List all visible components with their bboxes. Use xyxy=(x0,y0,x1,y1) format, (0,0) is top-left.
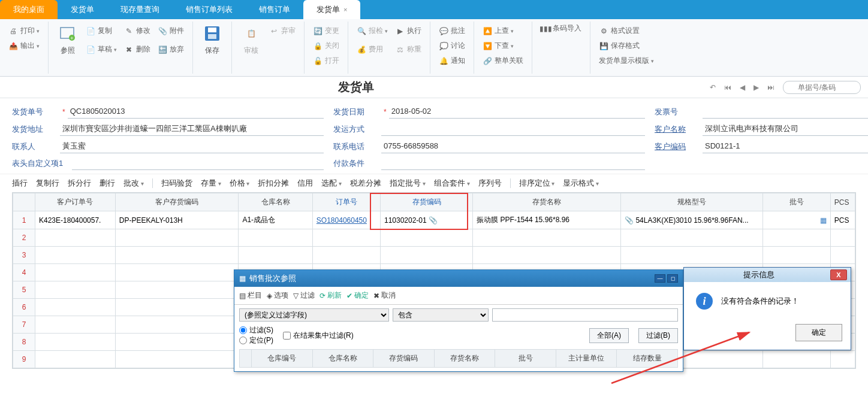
tb-scan[interactable]: 扫码验货 xyxy=(161,178,192,189)
tb-lot[interactable]: 指定批号 xyxy=(390,178,426,189)
tb-stock[interactable]: 存量 xyxy=(201,178,221,189)
label-cust[interactable]: 客户名称 xyxy=(655,124,703,135)
field-no[interactable]: QC1805020013 xyxy=(68,105,324,119)
col-custorder[interactable]: 客户订单号 xyxy=(35,193,116,211)
tb-serial[interactable]: 序列号 xyxy=(478,178,502,189)
filter-value-input[interactable] xyxy=(492,308,678,322)
tb-display[interactable]: 显示格式 xyxy=(563,178,599,189)
dofilter-button[interactable]: 过滤(B) xyxy=(638,328,678,343)
check-inresult[interactable]: 在结果集中过滤(R) xyxy=(283,331,354,341)
abandon-button[interactable]: ↩弃审 xyxy=(266,24,299,38)
tb-tax[interactable]: 税差分摊 xyxy=(350,178,381,189)
print-button[interactable]: 🖨打印 xyxy=(5,24,43,38)
col-itemname[interactable]: 存货名称 xyxy=(473,193,621,211)
tab-shipment-active[interactable]: 发货单× xyxy=(303,0,360,19)
refresh-button[interactable]: ⟳ 刷新 xyxy=(320,290,342,301)
condition-select[interactable]: 包含 xyxy=(393,308,489,322)
tb-price[interactable]: 价格 xyxy=(230,178,250,189)
label-code[interactable]: 客户编码 xyxy=(655,141,703,152)
cost-button[interactable]: 💰费用 xyxy=(353,43,391,56)
col-warehouse[interactable]: 仓库名称 xyxy=(239,193,312,211)
tb-discount[interactable]: 折扣分摊 xyxy=(258,178,289,189)
next-icon[interactable]: ▶ xyxy=(751,82,761,93)
alert-ok-button[interactable]: 确定 xyxy=(795,324,842,341)
tb-sort[interactable]: 排序定位 xyxy=(519,178,555,189)
field-date[interactable]: 2018-05-02 xyxy=(389,105,645,119)
ok-button[interactable]: ✔ 确定 xyxy=(346,290,369,301)
tb-copyrow[interactable]: 复制行 xyxy=(36,178,59,189)
tab-stock[interactable]: 现存量查询 xyxy=(107,0,173,19)
table-row[interactable]: 2 xyxy=(13,229,855,247)
table-row[interactable]: 3 xyxy=(13,247,855,264)
tab-shipment[interactable]: 发货单 xyxy=(58,0,107,19)
filterfield-select[interactable]: (参照定义过滤字段) xyxy=(239,308,389,322)
col-spec[interactable]: 规格型号 xyxy=(621,193,763,211)
tb-batch[interactable]: 批改 xyxy=(123,178,144,189)
field-custom[interactable] xyxy=(72,157,324,170)
open-button[interactable]: 🔓打开 xyxy=(309,54,343,68)
field-contact[interactable]: 黃玉蜜 xyxy=(60,140,324,153)
copy-button[interactable]: 📄复制 xyxy=(82,24,120,38)
field-addr[interactable]: 深圳市寶安區沙井街道蠔一四部三洋工業區A棟喇叭廠 xyxy=(60,122,324,136)
undo-icon[interactable]: ↶ xyxy=(707,82,718,93)
tb-pick[interactable]: 选配 xyxy=(321,178,342,189)
radio-locate[interactable]: 定位(P) xyxy=(239,335,273,346)
lookdown-button[interactable]: 🔽下查 xyxy=(479,39,527,53)
template-button[interactable]: 发货单显示模版 xyxy=(595,54,658,68)
all-button[interactable]: 全部(A) xyxy=(589,328,629,343)
modify-button[interactable]: ✎修改 xyxy=(120,24,154,38)
tab-order[interactable]: 销售订单 xyxy=(246,0,303,19)
filter-button[interactable]: ▽ 过滤 xyxy=(293,290,315,301)
cancel-button[interactable]: ✖ 取消 xyxy=(373,290,396,301)
tb-credit[interactable]: 信用 xyxy=(297,178,313,189)
approve-button[interactable]: 💬批注 xyxy=(435,24,469,38)
field-pay[interactable] xyxy=(381,157,645,170)
saveformat-button[interactable]: 💾保存格式 xyxy=(595,39,658,53)
notify-button[interactable]: 🔔通知 xyxy=(435,54,469,68)
last-icon[interactable]: ⏭ xyxy=(765,82,777,93)
execute-button[interactable]: ▶执行 xyxy=(391,24,425,38)
tab-orderlist[interactable]: 销售订单列表 xyxy=(173,0,246,19)
col-lot[interactable]: 批号 xyxy=(762,193,830,211)
draft-button[interactable]: 📄草稿 xyxy=(82,43,120,56)
discard-button[interactable]: 🔙放弃 xyxy=(154,43,188,56)
export-button[interactable]: 📤输出 xyxy=(5,39,43,53)
columns-button[interactable]: ▤ 栏目 xyxy=(239,290,262,301)
maximize-button[interactable]: ◻ xyxy=(667,274,678,283)
discuss-button[interactable]: 💭讨论 xyxy=(435,39,469,53)
alert-close-button[interactable]: X xyxy=(830,269,847,280)
weigh-button[interactable]: ⚖称重 xyxy=(391,43,425,56)
tb-combo[interactable]: 组合套件 xyxy=(434,178,470,189)
field-ship[interactable] xyxy=(381,123,645,136)
options-button[interactable]: ◈ 选项 xyxy=(267,290,288,301)
table-row[interactable]: 1 K423E-180400057.DP-PEEKALY-013HA1-成品仓 … xyxy=(13,211,855,229)
field-tel[interactable]: 0755-66859588 xyxy=(381,140,645,153)
col-unit[interactable]: PCS xyxy=(830,193,855,211)
delete-button[interactable]: ✖删除 xyxy=(120,43,154,56)
attach-button[interactable]: 📎附件 xyxy=(154,24,188,38)
adjust-button[interactable]: 🔗整单关联 xyxy=(479,54,527,68)
prev-icon[interactable]: ◀ xyxy=(737,82,748,93)
lookup-button[interactable]: 🔼上查 xyxy=(479,24,527,38)
col-rownum[interactable] xyxy=(13,193,35,211)
tb-delrow[interactable]: 删行 xyxy=(100,178,115,189)
tb-insert[interactable]: 插行 xyxy=(12,178,28,189)
save-button[interactable]: 保存 xyxy=(198,22,227,58)
tb-splitrow[interactable]: 拆分行 xyxy=(68,178,91,189)
barcode-button[interactable]: ▮▮▮条码导入 xyxy=(537,22,585,35)
field-cust[interactable]: 深圳立讯电声科技有限公司 xyxy=(703,122,868,136)
inspect-button[interactable]: 🔍报检 xyxy=(353,24,391,38)
col-itemcode[interactable]: 存货编码 xyxy=(380,193,472,211)
reference-button[interactable]: +参照 xyxy=(53,22,82,58)
col-custitem[interactable]: 客户存货编码 xyxy=(115,193,239,211)
search-input[interactable] xyxy=(783,81,861,94)
tab-desktop[interactable]: 我的桌面 xyxy=(0,0,58,19)
close-button[interactable]: 🔒关闭 xyxy=(309,39,343,53)
field-invoice[interactable] xyxy=(703,105,868,119)
col-orderno[interactable]: 订单号 xyxy=(312,193,380,211)
format-button[interactable]: ⚙格式设置 xyxy=(595,24,658,38)
radio-filter[interactable]: 过滤(S) xyxy=(239,325,273,335)
first-icon[interactable]: ⏮ xyxy=(722,82,734,93)
change-button[interactable]: 🔄变更 xyxy=(309,24,343,38)
field-code[interactable]: SD0121-1 xyxy=(703,140,868,153)
